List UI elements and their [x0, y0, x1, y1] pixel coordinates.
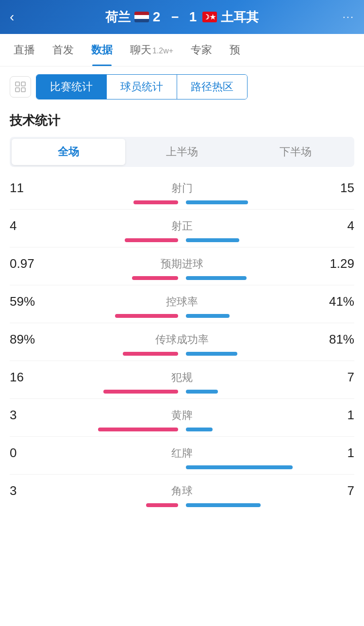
sub-tab-match-stats[interactable]: 比赛统计	[36, 75, 107, 99]
bar-right-fouls	[186, 390, 218, 394]
period-tab-full[interactable]: 全场	[12, 139, 125, 165]
bar-left-shots	[133, 200, 178, 204]
sub-tabs-icon[interactable]	[10, 76, 31, 98]
bar-right-possession	[186, 314, 230, 318]
bar-right-pass_accuracy	[186, 352, 237, 356]
stat-label-pass_accuracy: 传球成功率	[155, 332, 209, 347]
sub-tabs: 比赛统计 球员统计 路径热区	[36, 74, 248, 99]
tab-first[interactable]: 首发	[44, 34, 83, 66]
svg-rect-1	[21, 82, 25, 86]
sub-tab-heatmap[interactable]: 路径热区	[177, 75, 247, 99]
bar-left-pass_accuracy	[123, 352, 178, 356]
sub-tab-player-stats[interactable]: 球员统计	[107, 75, 177, 99]
stat-row-possession: 59% 控球率 41%	[10, 285, 354, 323]
stat-label-red_cards: 红牌	[171, 446, 193, 461]
svg-rect-3	[21, 88, 25, 92]
stat-left-val-yellow_cards: 3	[10, 408, 49, 423]
stat-row-fouls: 16 犯规 7	[10, 361, 354, 399]
bar-left-corners	[146, 503, 178, 507]
stat-right-val-xg: 1.29	[315, 256, 354, 271]
stat-row-xg: 0.97 预期进球 1.29	[10, 247, 354, 285]
sub-tabs-row: 比赛统计 球员统计 路径热区	[0, 66, 364, 107]
stat-left-val-red_cards: 0	[10, 445, 49, 461]
bar-right-yellow_cards	[186, 428, 213, 431]
header: ‹ 荷兰 2 － 1 ☽★ 土耳其 ···	[0, 0, 364, 34]
bar-left-xg	[132, 276, 178, 280]
home-flag-icon	[134, 12, 149, 22]
stat-label-shots_on_target: 射正	[171, 219, 193, 233]
back-button[interactable]: ‹	[10, 9, 29, 25]
period-tabs: 全场 上半场 下半场	[10, 137, 354, 167]
section-title: 技术统计	[0, 107, 364, 137]
away-flag-icon: ☽★	[202, 12, 217, 22]
tab-chat[interactable]: 聊天1.2w+	[121, 34, 182, 66]
stat-right-val-shots: 15	[315, 181, 354, 196]
stat-right-val-possession: 41%	[315, 294, 354, 309]
bar-left-yellow_cards	[98, 428, 178, 431]
stat-label-shots: 射门	[171, 181, 193, 196]
stat-left-val-shots_on_target: 4	[10, 218, 49, 233]
bar-left-possession	[115, 314, 178, 318]
stat-left-val-possession: 59%	[10, 294, 49, 309]
stat-row-red_cards: 0 红牌 1	[10, 437, 354, 475]
tab-data[interactable]: 数据	[83, 34, 121, 66]
stat-row-corners: 3 角球 7	[10, 475, 354, 512]
stat-label-xg: 预期进球	[161, 257, 203, 271]
bar-left-fouls	[103, 390, 178, 394]
tab-live[interactable]: 直播	[5, 34, 44, 66]
stat-right-val-shots_on_target: 4	[315, 218, 354, 233]
period-tab-second-half[interactable]: 下半场	[239, 139, 352, 165]
nav-tabs: 直播 首发 数据 聊天1.2w+ 专家 预	[0, 34, 364, 66]
stats-list: 11 射门 15 4 射正 4	[0, 172, 364, 512]
stat-right-val-yellow_cards: 1	[315, 408, 354, 423]
stat-right-val-corners: 7	[315, 483, 354, 498]
stat-left-val-fouls: 16	[10, 370, 49, 385]
bar-right-xg	[186, 276, 247, 280]
stat-left-val-pass_accuracy: 89%	[10, 332, 49, 347]
bar-right-red_cards	[186, 465, 293, 469]
stat-left-val-shots: 11	[10, 181, 49, 196]
stat-row-shots_on_target: 4 射正 4	[10, 210, 354, 247]
tab-predict[interactable]: 预	[221, 34, 249, 66]
stat-label-fouls: 犯规	[171, 370, 193, 385]
stat-row-pass_accuracy: 89% 传球成功率 81%	[10, 323, 354, 361]
stat-left-val-xg: 0.97	[10, 256, 49, 271]
bar-right-shots_on_target	[186, 238, 239, 242]
bar-left-shots_on_target	[125, 238, 178, 242]
stat-right-val-pass_accuracy: 81%	[315, 332, 354, 347]
match-title: 荷兰 2 － 1 ☽★ 土耳其	[29, 8, 335, 26]
tab-expert[interactable]: 专家	[182, 34, 221, 66]
stat-right-val-red_cards: 1	[315, 445, 354, 461]
svg-rect-2	[16, 88, 19, 92]
stat-row-shots: 11 射门 15	[10, 172, 354, 210]
bar-right-shots	[186, 200, 248, 204]
stat-right-val-fouls: 7	[315, 370, 354, 385]
stat-label-possession: 控球率	[166, 295, 198, 309]
bar-right-corners	[186, 503, 261, 507]
stat-row-yellow_cards: 3 黄牌 1	[10, 399, 354, 437]
match-score: 2 － 1	[153, 8, 199, 26]
period-tab-first-half[interactable]: 上半场	[125, 139, 239, 165]
stat-label-yellow_cards: 黄牌	[171, 408, 193, 423]
svg-rect-0	[16, 82, 19, 86]
away-team-name: 土耳其	[221, 9, 259, 26]
more-button[interactable]: ···	[335, 11, 354, 23]
stat-left-val-corners: 3	[10, 483, 49, 498]
home-team-name: 荷兰	[105, 9, 131, 26]
stat-label-corners: 角球	[171, 484, 193, 498]
